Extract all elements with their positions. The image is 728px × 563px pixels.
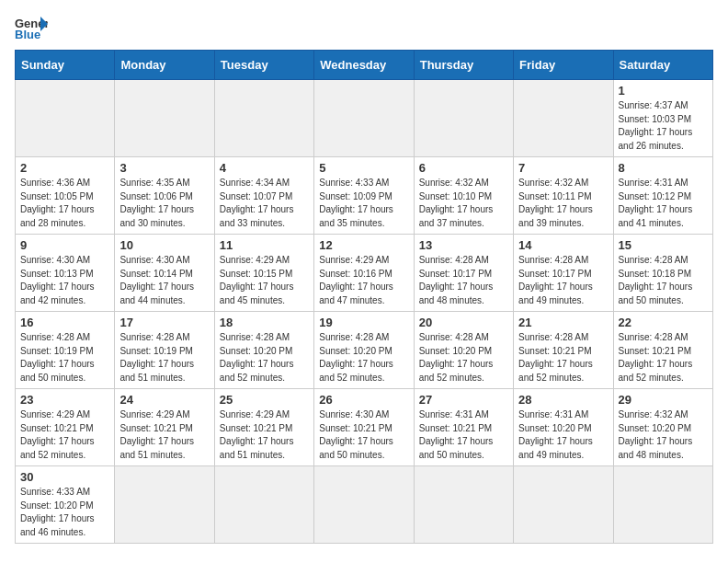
day-info: Sunrise: 4:33 AM Sunset: 10:20 PM Daylig… bbox=[20, 486, 109, 539]
weekday-header-wednesday: Wednesday bbox=[314, 51, 414, 80]
day-info: Sunrise: 4:28 AM Sunset: 10:21 PM Daylig… bbox=[619, 331, 708, 385]
calendar-cell: 8Sunrise: 4:31 AM Sunset: 10:12 PM Dayli… bbox=[613, 157, 712, 235]
day-number: 27 bbox=[419, 393, 508, 407]
calendar-cell bbox=[414, 80, 513, 157]
weekday-header-tuesday: Tuesday bbox=[214, 51, 313, 80]
calendar-cell: 13Sunrise: 4:28 AM Sunset: 10:17 PM Dayl… bbox=[414, 235, 513, 312]
day-number: 6 bbox=[419, 161, 508, 175]
day-number: 19 bbox=[319, 316, 408, 329]
calendar-cell: 5Sunrise: 4:33 AM Sunset: 10:09 PM Dayli… bbox=[314, 157, 414, 235]
week-row-2: 2Sunrise: 4:36 AM Sunset: 10:05 PM Dayli… bbox=[16, 157, 713, 235]
calendar-cell bbox=[314, 466, 414, 544]
day-info: Sunrise: 4:29 AM Sunset: 10:21 PM Daylig… bbox=[220, 408, 309, 462]
week-row-5: 23Sunrise: 4:29 AM Sunset: 10:21 PM Dayl… bbox=[16, 389, 713, 466]
day-number: 26 bbox=[319, 393, 408, 407]
day-info: Sunrise: 4:28 AM Sunset: 10:19 PM Daylig… bbox=[20, 331, 109, 385]
day-number: 21 bbox=[518, 316, 608, 329]
calendar-cell: 1Sunrise: 4:37 AM Sunset: 10:03 PM Dayli… bbox=[613, 80, 712, 157]
calendar-cell: 7Sunrise: 4:32 AM Sunset: 10:11 PM Dayli… bbox=[514, 157, 613, 235]
calendar-cell: 21Sunrise: 4:28 AM Sunset: 10:21 PM Dayl… bbox=[514, 312, 613, 389]
weekday-header-row: SundayMondayTuesdayWednesdayThursdayFrid… bbox=[16, 51, 713, 80]
calendar-cell: 6Sunrise: 4:32 AM Sunset: 10:10 PM Dayli… bbox=[414, 157, 513, 235]
calendar-cell: 4Sunrise: 4:34 AM Sunset: 10:07 PM Dayli… bbox=[214, 157, 313, 235]
day-info: Sunrise: 4:28 AM Sunset: 10:19 PM Daylig… bbox=[119, 331, 209, 385]
week-row-4: 16Sunrise: 4:28 AM Sunset: 10:19 PM Dayl… bbox=[16, 312, 713, 389]
weekday-header-thursday: Thursday bbox=[414, 51, 513, 80]
calendar-cell: 25Sunrise: 4:29 AM Sunset: 10:21 PM Dayl… bbox=[214, 389, 313, 466]
day-info: Sunrise: 4:30 AM Sunset: 10:13 PM Daylig… bbox=[20, 254, 109, 307]
calendar-cell: 23Sunrise: 4:29 AM Sunset: 10:21 PM Dayl… bbox=[16, 389, 115, 466]
day-number: 14 bbox=[518, 238, 608, 252]
day-info: Sunrise: 4:28 AM Sunset: 10:21 PM Daylig… bbox=[518, 331, 608, 385]
day-number: 11 bbox=[220, 238, 309, 252]
day-info: Sunrise: 4:28 AM Sunset: 10:17 PM Daylig… bbox=[518, 254, 608, 307]
calendar-cell: 15Sunrise: 4:28 AM Sunset: 10:18 PM Dayl… bbox=[613, 235, 712, 312]
day-info: Sunrise: 4:29 AM Sunset: 10:21 PM Daylig… bbox=[119, 408, 209, 462]
calendar-cell: 9Sunrise: 4:30 AM Sunset: 10:13 PM Dayli… bbox=[16, 235, 115, 312]
day-number: 1 bbox=[619, 84, 708, 98]
day-info: Sunrise: 4:30 AM Sunset: 10:21 PM Daylig… bbox=[319, 408, 408, 462]
calendar-cell: 12Sunrise: 4:29 AM Sunset: 10:16 PM Dayl… bbox=[314, 235, 414, 312]
weekday-header-friday: Friday bbox=[514, 51, 613, 80]
day-number: 15 bbox=[619, 238, 708, 252]
week-row-1: 1Sunrise: 4:37 AM Sunset: 10:03 PM Dayli… bbox=[16, 80, 713, 157]
day-number: 12 bbox=[319, 238, 408, 252]
calendar-cell: 22Sunrise: 4:28 AM Sunset: 10:21 PM Dayl… bbox=[613, 312, 712, 389]
day-info: Sunrise: 4:31 AM Sunset: 10:12 PM Daylig… bbox=[619, 177, 708, 230]
logo: General Blue bbox=[15, 15, 48, 40]
day-number: 10 bbox=[119, 238, 209, 252]
day-number: 18 bbox=[220, 316, 309, 329]
day-number: 13 bbox=[419, 238, 508, 252]
calendar-cell bbox=[115, 466, 214, 544]
week-row-6: 30Sunrise: 4:33 AM Sunset: 10:20 PM Dayl… bbox=[16, 466, 713, 544]
day-number: 17 bbox=[119, 316, 209, 329]
calendar-cell bbox=[214, 80, 313, 157]
calendar-cell: 2Sunrise: 4:36 AM Sunset: 10:05 PM Dayli… bbox=[16, 157, 115, 235]
day-number: 3 bbox=[119, 161, 209, 175]
day-info: Sunrise: 4:32 AM Sunset: 10:20 PM Daylig… bbox=[619, 408, 708, 462]
day-info: Sunrise: 4:36 AM Sunset: 10:05 PM Daylig… bbox=[20, 177, 109, 230]
generalblue-logo-icon: General Blue bbox=[15, 15, 48, 40]
day-number: 25 bbox=[220, 393, 309, 407]
day-info: Sunrise: 4:32 AM Sunset: 10:11 PM Daylig… bbox=[518, 177, 608, 230]
day-info: Sunrise: 4:37 AM Sunset: 10:03 PM Daylig… bbox=[619, 99, 708, 153]
calendar-cell: 18Sunrise: 4:28 AM Sunset: 10:20 PM Dayl… bbox=[214, 312, 313, 389]
day-number: 9 bbox=[20, 238, 109, 252]
weekday-header-monday: Monday bbox=[115, 51, 214, 80]
day-info: Sunrise: 4:34 AM Sunset: 10:07 PM Daylig… bbox=[220, 177, 309, 230]
day-number: 23 bbox=[20, 393, 109, 407]
day-number: 28 bbox=[518, 393, 608, 407]
calendar-cell: 3Sunrise: 4:35 AM Sunset: 10:06 PM Dayli… bbox=[115, 157, 214, 235]
day-info: Sunrise: 4:31 AM Sunset: 10:21 PM Daylig… bbox=[419, 408, 508, 462]
calendar-cell: 29Sunrise: 4:32 AM Sunset: 10:20 PM Dayl… bbox=[613, 389, 712, 466]
day-number: 7 bbox=[518, 161, 608, 175]
calendar-cell: 10Sunrise: 4:30 AM Sunset: 10:14 PM Dayl… bbox=[115, 235, 214, 312]
weekday-header-saturday: Saturday bbox=[613, 51, 712, 80]
calendar-cell: 11Sunrise: 4:29 AM Sunset: 10:15 PM Dayl… bbox=[214, 235, 313, 312]
day-info: Sunrise: 4:28 AM Sunset: 10:17 PM Daylig… bbox=[419, 254, 508, 307]
calendar-cell: 24Sunrise: 4:29 AM Sunset: 10:21 PM Dayl… bbox=[115, 389, 214, 466]
calendar-cell bbox=[613, 466, 712, 544]
calendar-cell bbox=[514, 466, 613, 544]
calendar-cell bbox=[414, 466, 513, 544]
header: General Blue bbox=[15, 15, 713, 40]
day-info: Sunrise: 4:32 AM Sunset: 10:10 PM Daylig… bbox=[419, 177, 508, 230]
day-number: 5 bbox=[319, 161, 408, 175]
day-number: 8 bbox=[619, 161, 708, 175]
day-number: 29 bbox=[619, 393, 708, 407]
calendar-cell bbox=[214, 466, 313, 544]
calendar-cell bbox=[314, 80, 414, 157]
day-number: 20 bbox=[419, 316, 508, 329]
day-info: Sunrise: 4:31 AM Sunset: 10:20 PM Daylig… bbox=[518, 408, 608, 462]
calendar-cell: 14Sunrise: 4:28 AM Sunset: 10:17 PM Dayl… bbox=[514, 235, 613, 312]
day-info: Sunrise: 4:29 AM Sunset: 10:16 PM Daylig… bbox=[319, 254, 408, 307]
calendar-cell: 19Sunrise: 4:28 AM Sunset: 10:20 PM Dayl… bbox=[314, 312, 414, 389]
calendar-table: SundayMondayTuesdayWednesdayThursdayFrid… bbox=[15, 50, 713, 544]
calendar-cell: 20Sunrise: 4:28 AM Sunset: 10:20 PM Dayl… bbox=[414, 312, 513, 389]
day-info: Sunrise: 4:28 AM Sunset: 10:20 PM Daylig… bbox=[419, 331, 508, 385]
day-number: 22 bbox=[619, 316, 708, 329]
day-info: Sunrise: 4:30 AM Sunset: 10:14 PM Daylig… bbox=[119, 254, 209, 307]
day-number: 24 bbox=[119, 393, 209, 407]
week-row-3: 9Sunrise: 4:30 AM Sunset: 10:13 PM Dayli… bbox=[16, 235, 713, 312]
svg-text:Blue: Blue bbox=[15, 28, 40, 40]
